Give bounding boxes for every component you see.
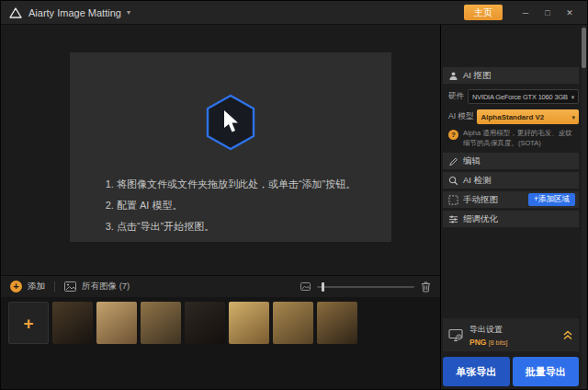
titlebar-controls: 主页 ─ □ ✕ xyxy=(464,4,580,22)
manual-matting-icon xyxy=(448,195,458,205)
add-image-tile[interactable]: + xyxy=(8,302,49,344)
home-button[interactable]: 主页 xyxy=(464,5,503,20)
instruction-line-1: 1. 将图像文件或文件夹拖放到此处，或单击“添加”按钮。 xyxy=(106,174,356,195)
sidebar-scrollbar[interactable] xyxy=(582,26,586,389)
slider-thumb[interactable] xyxy=(322,282,324,292)
add-region-button[interactable]: +添加区域 xyxy=(528,193,575,206)
ai-matting-icon xyxy=(448,71,458,81)
ai-model-row: AI 模型 AlphaStandard V2 xyxy=(443,107,579,127)
dropdown-caret-icon xyxy=(571,93,574,101)
ai-model-value: AlphaStandard V2 xyxy=(481,113,544,121)
thumbnail[interactable] xyxy=(229,302,269,344)
section-edit[interactable]: 编辑 xyxy=(443,153,579,169)
ai-model-select[interactable]: AlphaStandard V2 xyxy=(477,109,579,124)
export-settings-icon xyxy=(448,328,463,342)
instruction-line-2: 2. 配置 AI 模型。 xyxy=(106,195,356,216)
section-ai-matting[interactable]: AI 抠图 xyxy=(443,67,579,84)
minimize-button[interactable]: ─ xyxy=(515,4,536,22)
filmstrip-toolbar: + 添加 所有图像 (7) xyxy=(1,275,440,297)
all-images-filter[interactable]: 所有图像 (7) xyxy=(82,281,130,292)
titlebar: Aiarty Image Matting ▾ 主页 ─ □ ✕ xyxy=(1,1,587,25)
thumbnail[interactable] xyxy=(52,302,93,344)
drop-instructions: 1. 将图像文件或文件夹拖放到此处，或单击“添加”按钮。 2. 配置 AI 模型… xyxy=(106,174,356,237)
edit-label: 编辑 xyxy=(463,155,481,167)
ai-matting-label: AI 抠图 xyxy=(463,70,492,82)
app-menu-caret-icon[interactable]: ▾ xyxy=(127,8,130,17)
fine-tune-label: 细调优化 xyxy=(463,213,498,225)
hardware-select[interactable]: NVIDIA GeForce GTX 1060 3GB xyxy=(468,89,579,104)
slider-track xyxy=(317,286,414,288)
section-ai-detect[interactable]: AI 检测 xyxy=(443,172,579,189)
export-format: PNG [8 bits] xyxy=(469,338,507,347)
help-icon[interactable]: ? xyxy=(448,130,458,140)
export-buttons: 单张导出 批量导出 xyxy=(443,357,579,386)
ai-detect-icon xyxy=(448,176,458,186)
model-hint-text: Alpha 通用模型，更好的毛发、皮纹细节的高保真度。(SOTA) xyxy=(463,129,577,148)
export-settings-title: 导出设置 xyxy=(469,324,507,336)
dropdown-caret-icon xyxy=(571,113,575,121)
thumbnail[interactable] xyxy=(317,302,357,344)
hardware-value: NVIDIA GeForce GTX 1060 3GB xyxy=(472,93,568,101)
thumbnail[interactable] xyxy=(185,302,225,344)
hardware-row: 硬件 NVIDIA GeForce GTX 1060 3GB xyxy=(443,86,579,107)
thumbnail[interactable] xyxy=(273,302,313,344)
instruction-line-3: 3. 点击“导出”开始抠图。 xyxy=(106,216,356,237)
app-window: Aiarty Image Matting ▾ 主页 ─ □ ✕ xyxy=(0,0,588,390)
app-title: Aiarty Image Matting xyxy=(28,7,121,18)
sidebar-scrollbar-thumb[interactable] xyxy=(582,28,586,68)
maximize-button[interactable]: □ xyxy=(537,4,558,22)
right-sidebar: AI 抠图 硬件 NVIDIA GeForce GTX 1060 3GB AI … xyxy=(441,25,587,389)
app-logo-icon xyxy=(8,6,23,19)
thumbnail-strip: + xyxy=(1,297,440,389)
export-settings[interactable]: 导出设置 PNG [8 bits] xyxy=(443,318,579,351)
ai-model-label: AI 模型 xyxy=(448,111,473,122)
model-hint-row: ? Alpha 通用模型，更好的毛发、皮纹细节的高保真度。(SOTA) xyxy=(443,127,579,153)
hardware-label: 硬件 xyxy=(448,91,464,102)
toolbar-right xyxy=(300,281,431,292)
drop-cursor-hexagon-icon xyxy=(203,93,258,152)
canvas-area: 1. 将图像文件或文件夹拖放到此处，或单击“添加”按钮。 2. 配置 AI 模型… xyxy=(1,25,440,275)
section-fine-tune[interactable]: 细调优化 xyxy=(443,211,579,227)
thumbnail[interactable] xyxy=(96,302,137,344)
ai-detect-label: AI 检测 xyxy=(463,175,492,187)
thumbnail[interactable] xyxy=(141,302,181,344)
export-settings-text: 导出设置 PNG [8 bits] xyxy=(469,324,507,347)
export-batch-button[interactable]: 批量导出 xyxy=(513,357,580,386)
close-button[interactable]: ✕ xyxy=(560,4,580,22)
manual-matting-label: 手动抠图 xyxy=(463,194,498,206)
export-single-button[interactable]: 单张导出 xyxy=(443,357,510,386)
add-button[interactable]: 添加 xyxy=(28,281,45,292)
sidebar-spacer xyxy=(443,230,579,318)
drop-zone[interactable]: 1. 将图像文件或文件夹拖放到此处，或单击“添加”按钮。 2. 配置 AI 模型… xyxy=(70,52,391,242)
edit-icon xyxy=(448,156,458,166)
export-format-value: PNG xyxy=(469,338,486,347)
export-bit-depth: [8 bits] xyxy=(489,339,508,346)
fine-tune-icon xyxy=(448,214,458,224)
left-pane: 1. 将图像文件或文件夹拖放到此处，或单击“添加”按钮。 2. 配置 AI 模型… xyxy=(1,25,441,389)
delete-icon[interactable] xyxy=(421,281,431,292)
app-body: 1. 将图像文件或文件夹拖放到此处，或单击“添加”按钮。 2. 配置 AI 模型… xyxy=(1,25,587,389)
add-icon[interactable]: + xyxy=(10,281,22,292)
collapse-chevrons-icon[interactable] xyxy=(562,330,573,340)
thumbnail-size-icon xyxy=(300,282,311,291)
section-manual-matting[interactable]: 手动抠图 +添加区域 xyxy=(443,191,579,208)
sidebar-top-spacer xyxy=(443,25,579,67)
add-tile-plus-icon: + xyxy=(23,315,33,332)
thumbnail-size-slider[interactable] xyxy=(317,282,414,292)
images-icon xyxy=(64,281,76,292)
toolbar-divider xyxy=(54,281,55,292)
